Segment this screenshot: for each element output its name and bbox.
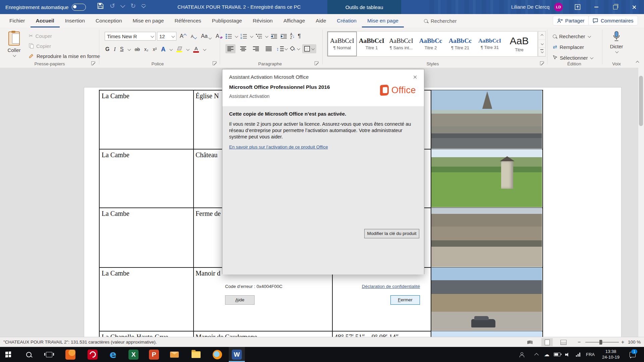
- sort-button[interactable]: AZ ↓: [290, 33, 295, 40]
- increase-indent-button[interactable]: [280, 34, 287, 39]
- collapse-ribbon-button[interactable]: [636, 59, 639, 65]
- action-center-button[interactable]: 1: [626, 347, 639, 362]
- help-button[interactable]: Aide: [225, 295, 255, 305]
- minimize-button[interactable]: [589, 0, 604, 14]
- tab-conception[interactable]: Conception: [90, 14, 127, 27]
- acrobat-button[interactable]: [85, 347, 101, 362]
- redo-icon[interactable]: ↻: [130, 3, 136, 9]
- undo-icon[interactable]: ↺: [110, 3, 115, 9]
- table-cell-commune[interactable]: La Cambe: [102, 269, 129, 277]
- close-button[interactable]: [627, 0, 641, 14]
- line-spacing-button[interactable]: ↕: [276, 46, 287, 52]
- tab-affichage[interactable]: Affichage: [278, 14, 310, 27]
- replace-button[interactable]: ⇄ Remplacer: [553, 43, 584, 51]
- file-explorer-button[interactable]: [188, 347, 204, 362]
- read-mode-button[interactable]: [524, 338, 536, 346]
- tab-insertion[interactable]: Insertion: [60, 14, 90, 27]
- character-count[interactable]: "CHATEAUX POUR TRAVAIL 2": 131.531 carac…: [3, 340, 157, 345]
- style-titre-21[interactable]: AaBbCc ¶ Titre 21: [445, 32, 475, 56]
- table-cell-commune[interactable]: La Cambe: [102, 210, 129, 218]
- zoom-in-button[interactable]: +: [621, 339, 624, 345]
- decrease-indent-button[interactable]: [271, 34, 277, 39]
- style-titre[interactable]: AaB Titre: [504, 32, 534, 56]
- font-color-button[interactable]: A: [193, 46, 199, 53]
- mail-button[interactable]: [166, 347, 182, 362]
- tab-aide[interactable]: Aide: [310, 14, 331, 27]
- table-cell-commune[interactable]: La Cambe: [102, 151, 129, 159]
- print-layout-button[interactable]: [541, 338, 553, 346]
- bullets-chevron-icon[interactable]: [235, 34, 238, 38]
- customize-quick-access-icon[interactable]: [142, 4, 145, 8]
- language-indicator[interactable]: FRA: [584, 347, 597, 362]
- numbering-button[interactable]: [240, 34, 247, 39]
- table-cell-monument[interactable]: Église N: [196, 92, 219, 100]
- numbering-chevron-icon[interactable]: [250, 34, 253, 38]
- cut-button[interactable]: ✂ Couper: [29, 32, 52, 40]
- powerpoint-button[interactable]: P: [146, 347, 162, 362]
- dialog-close-button[interactable]: [410, 73, 420, 81]
- select-button[interactable]: Sélectionner: [553, 53, 593, 62]
- styles-scroll-down-button[interactable]: [538, 40, 545, 48]
- text-effects-chevron-icon[interactable]: [169, 47, 173, 51]
- style-sans-interligne[interactable]: AaBbCcI ¶ Sans int...: [386, 32, 416, 56]
- subscript-button[interactable]: x₂: [144, 47, 148, 52]
- onedrive-button[interactable]: ☁: [542, 347, 551, 362]
- start-button[interactable]: [0, 347, 16, 362]
- clipboard-dialog-launcher[interactable]: [91, 61, 95, 65]
- people-button[interactable]: [516, 347, 527, 362]
- bold-button[interactable]: G: [105, 46, 109, 52]
- ribbon-display-options-button[interactable]: [570, 0, 585, 14]
- paragraph-dialog-launcher[interactable]: [315, 61, 319, 65]
- styles-more-button[interactable]: [538, 48, 545, 56]
- comments-button[interactable]: Commentaires: [588, 16, 638, 25]
- multilevel-list-button[interactable]: [256, 34, 262, 39]
- hidden-icons-button[interactable]: [532, 347, 541, 362]
- church-photo[interactable]: [431, 90, 542, 148]
- copy-button[interactable]: Copier: [29, 42, 51, 50]
- zoom-slider[interactable]: [585, 342, 619, 343]
- table-cell-commune[interactable]: La Cambe: [102, 92, 129, 100]
- find-button[interactable]: Rechercher: [553, 32, 590, 41]
- privacy-statement-link[interactable]: Déclaration de confidentialité: [362, 284, 420, 289]
- zoom-slider-thumb[interactable]: [599, 340, 602, 345]
- show-formatting-marks-button[interactable]: ¶: [298, 33, 301, 40]
- highlight-button[interactable]: [176, 47, 182, 52]
- tab-accueil[interactable]: Accueil: [31, 14, 60, 27]
- share-button[interactable]: Partager: [553, 16, 589, 25]
- bullets-button[interactable]: [225, 34, 232, 39]
- tab-mise-en-page-contextual[interactable]: Mise en page: [362, 14, 404, 27]
- table-cell-coordinates[interactable]: 48° 57′ 51″ – 0° 08′ 14″: [334, 333, 398, 337]
- park-photo[interactable]: [431, 149, 542, 207]
- table-tools-header[interactable]: Outils de tableau: [327, 0, 401, 14]
- font-name-select[interactable]: Times New R: [105, 32, 156, 41]
- shading-button[interactable]: [290, 46, 300, 52]
- dictate-button[interactable]: Dicter: [606, 31, 627, 60]
- shrink-font-button[interactable]: A: [191, 34, 197, 39]
- web-layout-button[interactable]: [558, 338, 569, 346]
- network-button[interactable]: [573, 347, 583, 362]
- change-case-button[interactable]: Aa: [201, 33, 211, 39]
- table-cell-commune[interactable]: La Chapelle-Haute-Grue: [102, 333, 168, 337]
- multilevel-chevron-icon[interactable]: [265, 34, 268, 38]
- align-left-button[interactable]: [225, 44, 235, 53]
- undo-chevron-icon[interactable]: [120, 3, 125, 7]
- autosave-toggle[interactable]: [72, 4, 86, 11]
- table-cell-monument[interactable]: Manoir de Caudemone: [196, 333, 257, 337]
- tab-creation-contextual[interactable]: Création: [331, 14, 362, 27]
- styles-scroll-up-button[interactable]: [538, 32, 545, 40]
- justify-button[interactable]: [264, 44, 274, 53]
- firefox-button[interactable]: [209, 347, 225, 362]
- font-dialog-launcher[interactable]: [213, 61, 217, 65]
- battery-button[interactable]: [552, 347, 562, 362]
- align-right-button[interactable]: [251, 44, 261, 53]
- underline-button[interactable]: S: [120, 46, 124, 52]
- tab-fichier[interactable]: Fichier: [4, 14, 31, 27]
- tab-mise-en-page[interactable]: Mise en page: [127, 14, 169, 27]
- tab-revision[interactable]: Révision: [247, 14, 278, 27]
- tell-me-search[interactable]: Rechercher: [424, 14, 457, 27]
- style-titre-1[interactable]: AaBbCcI Titre 1: [357, 32, 386, 56]
- table-cell-monument[interactable]: Château: [196, 151, 218, 159]
- table-cell-monument[interactable]: Manoir d: [196, 269, 220, 277]
- excel-button[interactable]: X: [125, 347, 142, 362]
- underline-chevron-icon[interactable]: [128, 47, 131, 51]
